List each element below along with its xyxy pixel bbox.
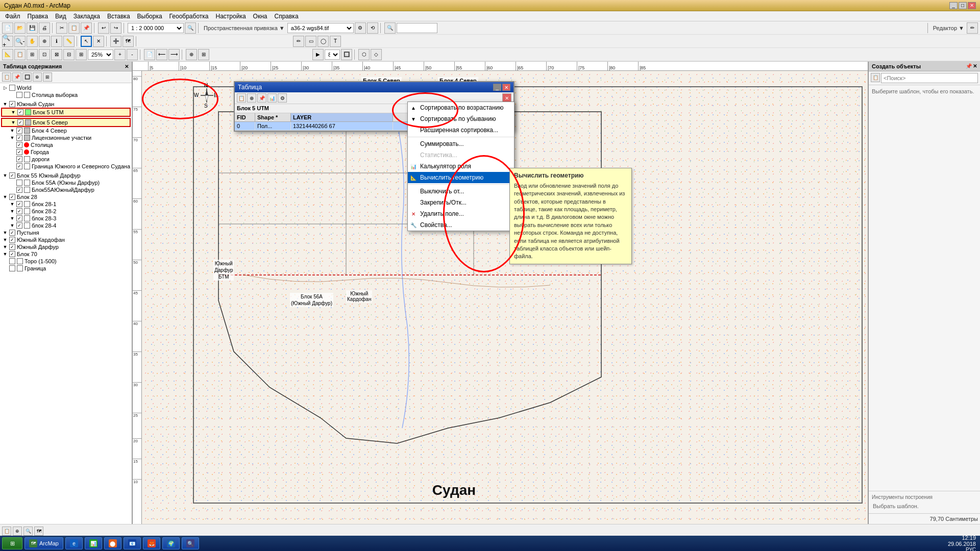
paste-btn[interactable]: 📌 <box>81 22 92 34</box>
identify-btn[interactable]: ℹ <box>51 36 62 47</box>
ref-btn1[interactable]: ⚙ <box>355 22 366 34</box>
bottom-btn4[interactable]: 🗺 <box>34 527 43 536</box>
expand-stolica[interactable] <box>9 142 15 148</box>
coord-ref-combo[interactable]: a36-2 wgs84.tif <box>287 23 354 33</box>
rp-btn1[interactable]: 📋 <box>871 73 880 82</box>
toc-item-pustynya[interactable]: ▼ Пустыня <box>1 229 131 236</box>
toc-btn1[interactable]: 📋 <box>2 72 11 82</box>
toc-item-dorogi[interactable]: дороги <box>1 156 131 163</box>
taskbar-search[interactable]: 🔍 <box>182 537 199 549</box>
cb-blok5sever[interactable] <box>17 119 23 126</box>
table-minimize[interactable]: _ <box>493 84 501 91</box>
search-field[interactable] <box>397 23 437 33</box>
ref-btn2[interactable]: ⟲ <box>367 22 378 34</box>
toc-item-blok70[interactable]: ▼ Блок 70 <box>1 251 131 258</box>
draw-btn4[interactable]: T <box>330 36 341 47</box>
ctx-sort-adv[interactable]: Расширенная сортировка... <box>408 124 514 136</box>
tb3-zoomout[interactable]: - <box>127 49 138 60</box>
cb-world[interactable] <box>9 85 15 91</box>
cb-blok28[interactable] <box>9 194 15 200</box>
menu-bookmark[interactable]: Закладка <box>70 12 103 21</box>
expand-blok28-2[interactable]: ▼ <box>9 208 15 214</box>
close-button[interactable]: ✕ <box>968 2 976 9</box>
taskbar-outlook[interactable]: 📧 <box>124 537 141 549</box>
ctx-calc-geom[interactable]: 📐 Вычислить геометрию <box>408 172 514 183</box>
cb-yuzh-darfur[interactable] <box>9 244 15 250</box>
bottom-btn1[interactable]: 📋 <box>2 527 11 536</box>
cb-granica[interactable] <box>9 265 15 271</box>
cb-blok55auzh[interactable] <box>16 187 22 193</box>
maximize-button[interactable]: □ <box>959 2 967 9</box>
toc-item-stolica[interactable]: Столица <box>1 141 131 148</box>
undo-btn[interactable]: ↩ <box>98 22 109 34</box>
cb-goroda[interactable] <box>16 149 22 155</box>
cut-btn[interactable]: ✂ <box>56 22 67 34</box>
cb-blok28-4[interactable] <box>16 222 22 229</box>
expand-dorogi[interactable] <box>9 156 15 162</box>
edit-btn[interactable]: ✏ <box>967 22 978 34</box>
tbl-btn3[interactable]: 📌 <box>257 93 266 103</box>
tbl-btn4[interactable]: 📊 <box>267 93 277 103</box>
menu-windows[interactable]: Окна <box>250 12 271 21</box>
toc-item-blok28-1[interactable]: ▼ блок 28-1 <box>1 201 131 208</box>
toc-item-granica-ss[interactable]: Граница Южного и Северного Судана <box>1 163 131 170</box>
cb-pustynya[interactable] <box>9 230 15 236</box>
toc-item-world[interactable]: ▷ World <box>1 84 131 91</box>
expand-blok70[interactable]: ▼ <box>2 251 8 257</box>
toc-item-granica[interactable]: Граница <box>1 265 131 272</box>
expand-goroda[interactable] <box>9 149 15 155</box>
edit-snap-btn[interactable]: 🔲 <box>341 49 352 60</box>
toc-item-blok4sever[interactable]: ▼ Блок 4 Север <box>1 127 131 134</box>
toc-item-yuzh-darfur[interactable]: ▼ Южный Дарфур <box>1 243 131 251</box>
expand-world[interactable]: ▷ <box>2 85 8 91</box>
expand-blok5sever[interactable]: ▼ <box>10 119 16 126</box>
tb3-btn6[interactable]: ⊟ <box>63 49 75 60</box>
toc-item-stolica-vyb[interactable]: Столица выборка <box>1 91 131 98</box>
tb3-btn4[interactable]: ⊡ <box>39 49 50 60</box>
expand-blok55auzh[interactable] <box>9 187 15 193</box>
tb3-btn3[interactable]: ⊞ <box>27 49 38 60</box>
ctx-calc-field[interactable]: 📊 Калькулятор поля <box>408 161 514 172</box>
pct-combo[interactable]: 25% <box>88 49 113 60</box>
menu-edit[interactable]: Правка <box>24 12 52 21</box>
map-btn[interactable]: 🗺 <box>122 36 134 47</box>
draw-btn1[interactable]: ✏ <box>293 36 304 47</box>
table-close[interactable]: ✕ <box>502 84 510 91</box>
ctx-freeze[interactable]: Закрепить/Отк... <box>408 197 514 208</box>
expand-granica[interactable] <box>2 265 8 271</box>
tb3-btn10[interactable]: ⟶ <box>168 49 180 60</box>
toc-btn2[interactable]: 📌 <box>12 72 21 82</box>
taskbar-ie[interactable]: e <box>65 537 83 549</box>
menu-select[interactable]: Выборка <box>134 12 165 21</box>
draw-btn3[interactable]: ◯ <box>317 36 329 47</box>
template-search[interactable] <box>881 73 978 83</box>
expand-toro[interactable] <box>2 258 8 264</box>
toc-item-blok5sever[interactable]: ▼ Блок 5 Север <box>1 118 131 127</box>
minimize-button[interactable]: _ <box>949 2 958 9</box>
right-panel-pin[interactable]: 📌 <box>966 63 972 69</box>
expand-yuzh-sudan[interactable]: ▼ <box>2 101 8 107</box>
toc-item-blok28-2[interactable]: ▼ блок 28-2 <box>1 208 131 215</box>
menu-geoprocess[interactable]: Геообработка <box>166 12 212 21</box>
edit-layer-combo[interactable]: 8 <box>325 49 340 60</box>
start-button[interactable]: ⊞ <box>2 537 22 549</box>
col-layer[interactable]: LAYER <box>291 113 393 121</box>
ctx-disable[interactable]: Выключить от... <box>408 186 514 197</box>
toc-item-blok28-3[interactable]: ▼ блок 28-3 <box>1 215 131 222</box>
menu-insert[interactable]: Вставка <box>104 12 133 21</box>
redo-btn[interactable]: ↪ <box>110 22 121 34</box>
tb3-btn8[interactable]: 📄 <box>144 49 155 60</box>
add-data-btn[interactable]: ➕ <box>110 36 121 47</box>
right-panel-controls[interactable]: 📌 ✕ <box>966 63 977 69</box>
ctx-delete[interactable]: ✕ Удалить поле... <box>408 208 514 219</box>
menu-view[interactable]: Вид <box>52 12 69 21</box>
expand-stolica-vyb[interactable] <box>9 92 15 98</box>
expand-blok28[interactable]: ▼ <box>2 194 8 200</box>
draw-btn2[interactable]: ▭ <box>305 36 316 47</box>
cb-granica-ss[interactable] <box>16 163 22 169</box>
layout-btn2[interactable]: 📋 <box>14 49 26 60</box>
tb3-btn11[interactable]: ⊕ <box>186 49 197 60</box>
cb-toro[interactable] <box>9 258 15 264</box>
ctx-sum[interactable]: Суммировать... <box>408 138 514 149</box>
tb3-btn9[interactable]: ⟵ <box>156 49 167 60</box>
